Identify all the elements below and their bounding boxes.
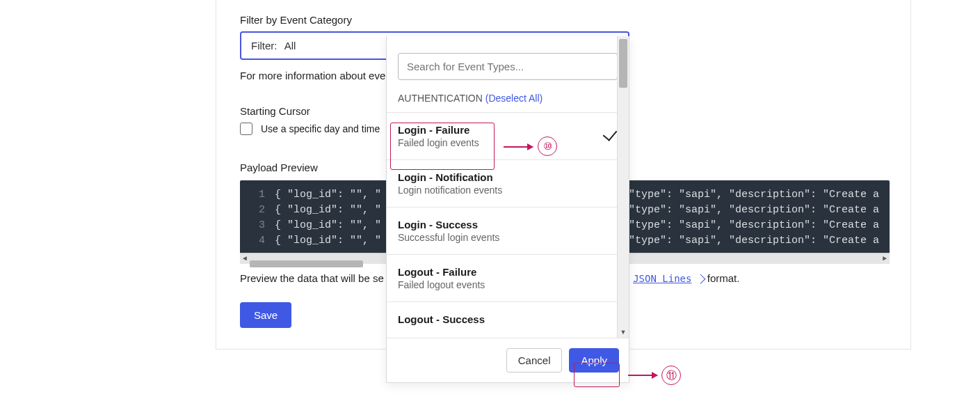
apply-button[interactable]: Apply	[569, 348, 619, 373]
event-option-logout-success[interactable]: Logout - Success	[387, 302, 629, 338]
external-link-icon	[696, 274, 705, 284]
filter-value: All	[284, 40, 296, 52]
search-input[interactable]	[398, 53, 618, 80]
scrollbar-thumb[interactable]	[250, 260, 363, 267]
annotation-marker-10: ⑩	[538, 136, 557, 156]
save-button[interactable]: Save	[240, 302, 291, 328]
filter-label: Filter by Event Category	[240, 14, 887, 26]
annotation-arrow-11	[628, 375, 657, 376]
dropdown-section-header: AUTHENTICATION (Deselect All)	[387, 93, 629, 112]
event-option-login-success[interactable]: Login - Success Successful login events	[387, 208, 629, 255]
scroll-right-icon[interactable]: ►	[880, 254, 890, 264]
event-option-login-notification[interactable]: Login - Notification Login notification …	[387, 160, 629, 208]
annotation-marker-11: ⑪	[661, 366, 681, 385]
event-option-logout-failure[interactable]: Logout - Failure Failed logout events	[387, 255, 629, 302]
vertical-scrollbar[interactable]: ▼	[617, 36, 629, 338]
event-type-dropdown: AUTHENTICATION (Deselect All) Login - Fa…	[386, 36, 629, 383]
checkbox-icon[interactable]	[240, 123, 252, 135]
scroll-left-icon[interactable]: ◄	[240, 254, 250, 264]
cancel-button[interactable]: Cancel	[506, 348, 563, 373]
json-lines-link[interactable]: JSON Lines	[633, 273, 691, 284]
filter-prompt: Filter:	[251, 40, 278, 52]
deselect-all-link[interactable]: (Deselect All)	[485, 93, 543, 104]
annotation-arrow-10	[504, 146, 533, 148]
scroll-down-icon[interactable]: ▼	[618, 327, 629, 338]
scrollbar-thumb[interactable]	[619, 39, 627, 88]
event-option-login-failure[interactable]: Login - Failure Failed login events	[387, 113, 629, 160]
cursor-checkbox-label: Use a specific day and time	[261, 123, 380, 134]
